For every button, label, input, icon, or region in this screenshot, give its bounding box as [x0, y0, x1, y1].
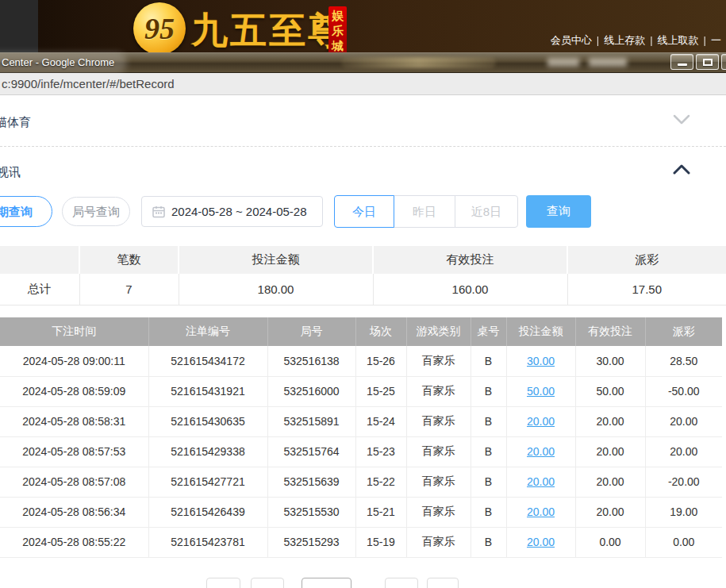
round-number-cell: 532516138: [267, 346, 355, 376]
order-number-cell: 521615426439: [148, 497, 267, 527]
header-order-number: 注单编号: [148, 317, 267, 346]
summary-table: 笔数 投注金额 有效投注 派彩 总计 7 180.00 160.00 17.50: [0, 246, 726, 306]
brand-logo-icon: 95: [133, 2, 186, 55]
filter-bar: 日期查询 局号查询 2024-05-28 ~ 2024-05-28 今日 昨日 …: [0, 195, 726, 229]
payout-cell: 0.00: [645, 527, 722, 557]
brand-logo-text: 九五至尊: [191, 6, 347, 56]
blurred-watermark: [341, 57, 496, 68]
round-number-cell: 532515530: [267, 497, 355, 527]
blurred-user-info: [547, 58, 579, 67]
pagination-button[interactable]: [251, 578, 284, 588]
session-cell: 15-26: [355, 346, 406, 376]
payout-cell: 28.50: [645, 346, 722, 376]
maximize-icon: [703, 59, 713, 66]
valid-bet-cell: 50.00: [575, 376, 645, 406]
bet-amount-cell: 20.00: [506, 406, 575, 436]
minimize-icon: [678, 63, 687, 66]
nav-separator: |: [704, 34, 706, 46]
maximize-button[interactable]: [696, 54, 719, 70]
game-type-cell: 百家乐: [406, 346, 471, 376]
round-query-tab[interactable]: 局号查询: [62, 197, 130, 226]
minimize-button[interactable]: [670, 54, 693, 70]
window-title: Center - Google Chrome: [2, 56, 114, 68]
valid-bet-cell: 20.00: [575, 406, 645, 436]
close-button[interactable]: [721, 54, 726, 70]
chevron-up-icon[interactable]: [673, 163, 690, 178]
nav-separator: |: [597, 34, 599, 46]
game-type-cell: 百家乐: [406, 406, 471, 436]
pagination-page-box[interactable]: [302, 578, 351, 588]
bet-amount-cell: 20.00: [506, 436, 575, 467]
blurred-user-info: [589, 58, 627, 67]
date-query-tab[interactable]: 日期查询: [0, 196, 52, 227]
header-valid-bet: 有效投注: [575, 317, 645, 346]
nav-online-deposit[interactable]: 线上存款: [604, 34, 645, 46]
section-live-video[interactable]: 视讯: [0, 165, 21, 180]
summary-header-valid-bet: 有效投注: [373, 246, 567, 274]
pagination-button[interactable]: [427, 578, 459, 588]
table-number-cell: B: [471, 406, 506, 436]
table-row: 2024-05-28 08:55:22521615423781532515293…: [0, 527, 722, 557]
bet-record-table: 下注时间 注单编号 局号 场次 游戏类别 桌号 投注金额 有效投注 派彩 202…: [0, 317, 722, 558]
table-row: 2024-05-28 09:00:11521615434172532516138…: [0, 346, 722, 376]
nav-truncated-item[interactable]: 一: [711, 34, 721, 46]
bet-amount-link[interactable]: 30.00: [527, 355, 555, 367]
bet-amount-cell: 30.00: [506, 346, 575, 376]
game-type-cell: 百家乐: [406, 436, 471, 467]
url-text: c:9900/infe/mcenter/#/betRecord: [2, 77, 175, 90]
yesterday-button[interactable]: 昨日: [394, 195, 455, 228]
summary-total-label: 总计: [0, 274, 79, 305]
header-game-type: 游戏类别: [406, 317, 471, 346]
search-button[interactable]: 查询: [526, 195, 591, 228]
address-bar[interactable]: c:9900/infe/mcenter/#/betRecord: [0, 73, 726, 95]
today-button[interactable]: 今日: [334, 195, 394, 228]
summary-total-payout: 17.50: [567, 274, 726, 305]
nav-member-center[interactable]: 会员中心: [551, 34, 592, 46]
pagination-button[interactable]: [206, 578, 240, 588]
chevron-down-icon[interactable]: [673, 114, 690, 129]
bet-amount-link[interactable]: 20.00: [527, 505, 555, 518]
payout-cell: 20.00: [645, 406, 722, 436]
section-sports[interactable]: 猫体育: [0, 115, 31, 130]
window-controls: [668, 54, 726, 70]
table-row: 2024-05-28 08:57:08521615427721532515639…: [0, 467, 722, 497]
nav-online-withdraw[interactable]: 线上取款: [658, 34, 699, 46]
table-row: 2024-05-28 08:56:34521615426439532515530…: [0, 497, 722, 527]
bet-amount-link[interactable]: 20.00: [527, 475, 555, 488]
bet-time-cell: 2024-05-28 09:00:11: [0, 346, 148, 376]
pagination-button[interactable]: [385, 578, 418, 588]
bet-amount-link[interactable]: 20.00: [527, 415, 555, 428]
bet-amount-cell: 20.00: [506, 497, 575, 527]
payout-cell: -20.00: [645, 467, 722, 497]
last8days-button[interactable]: 近8日: [455, 195, 518, 228]
payout-cell: 19.00: [645, 497, 722, 527]
dashed-divider: [0, 146, 726, 147]
header-payout: 派彩: [645, 317, 722, 346]
session-cell: 15-23: [355, 436, 406, 467]
bet-amount-link[interactable]: 20.00: [527, 445, 555, 458]
bet-amount-cell: 50.00: [506, 376, 575, 406]
header-bet-time: 下注时间: [0, 317, 148, 346]
table-number-cell: B: [471, 346, 506, 376]
order-number-cell: 521615430635: [148, 406, 267, 436]
date-range-input[interactable]: 2024-05-28 ~ 2024-05-28: [141, 196, 323, 227]
bet-time-cell: 2024-05-28 08:57:53: [0, 436, 148, 467]
table-row: 2024-05-28 08:57:53521615429338532515764…: [0, 436, 722, 467]
header-table-number: 桌号: [471, 317, 506, 346]
bet-time-cell: 2024-05-28 08:59:09: [0, 376, 148, 406]
valid-bet-cell: 20.00: [575, 436, 645, 467]
payout-cell: -50.00: [645, 376, 722, 406]
brand-badge: 娱乐城: [328, 6, 347, 54]
valid-bet-cell: 20.00: [575, 497, 645, 527]
table-row: 2024-05-28 08:58:31521615430635532515891…: [0, 406, 722, 436]
header-bet-amount: 投注金额: [506, 317, 575, 346]
bet-time-cell: 2024-05-28 08:55:22: [0, 527, 148, 557]
date-range-value: 2024-05-28 ~ 2024-05-28: [171, 197, 307, 226]
summary-header-count: 笔数: [79, 246, 179, 274]
bet-amount-link[interactable]: 20.00: [527, 536, 555, 548]
session-cell: 15-22: [355, 467, 406, 497]
bet-time-cell: 2024-05-28 08:58:31: [0, 406, 148, 436]
top-nav: 会员中心|线上存款|线上取款|一: [361, 33, 726, 48]
bet-amount-link[interactable]: 50.00: [527, 385, 555, 398]
round-number-cell: 532516000: [267, 376, 355, 406]
